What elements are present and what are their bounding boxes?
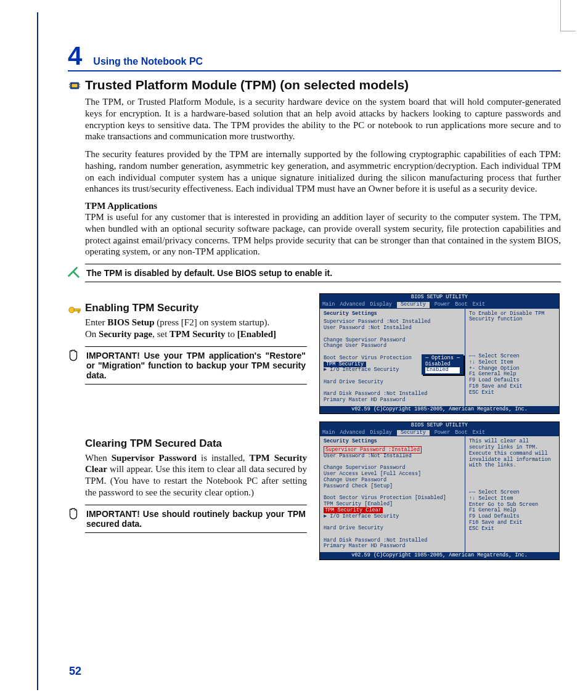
left-margin-rule	[37, 12, 38, 690]
enable-instructions: Enter BIOS Setup (press [F2] on system s…	[85, 317, 307, 340]
tpm-chip-icon	[68, 79, 81, 92]
page-content: 4 Using the Notebook PC Trusted Platform…	[68, 43, 561, 568]
paragraph-3: TPM is useful for any customer that is i…	[85, 211, 561, 258]
bios-footer: v02.59 (C)Copyright 1985-2005, American …	[320, 406, 559, 413]
svg-rect-1	[71, 84, 77, 88]
left-column: Enabling TPM Security Enter BIOS Setup (…	[85, 293, 307, 544]
bios-tabs: Main Advanced Display Security Power Boo…	[320, 301, 559, 309]
chapter-number: 4	[68, 43, 82, 69]
bios-help-panel: This will clear all security links in TP…	[465, 436, 559, 552]
bios-screenshot-enable: BIOS SETUP UTILITY Main Advanced Display…	[319, 293, 560, 414]
svg-rect-5	[78, 86, 80, 88]
section-heading-tpm: Trusted Platform Module (TPM) (on select…	[85, 78, 561, 92]
svg-rect-8	[78, 311, 80, 313]
bios-screenshot-clear: BIOS SETUP UTILITY Main Advanced Display…	[319, 421, 560, 560]
bios-tab-security: Security	[397, 430, 430, 436]
key-icon	[68, 303, 81, 317]
bios-row-tpm-clear: TPM Security Clear	[324, 507, 383, 513]
important-routine-backup: IMPORTANT! Use should routinely backup y…	[85, 505, 307, 533]
chapter-title: Using the Notebook PC	[93, 56, 203, 67]
svg-rect-2	[69, 84, 71, 85]
note-text: The TPM is disabled by default. Use BIOS…	[86, 268, 332, 278]
h1-text: Trusted Platform Module (TPM) (on select…	[85, 78, 409, 92]
right-column: BIOS SETUP UTILITY Main Advanced Display…	[319, 293, 560, 568]
bios-footer: v02.59 (C)Copyright 1985-2005, American …	[320, 552, 559, 560]
hand-stop-icon	[67, 507, 80, 520]
clear-instructions: When Supervisor Password is installed, T…	[85, 452, 307, 499]
important-2-text: IMPORTANT! Use should routinely backup y…	[86, 509, 306, 529]
note-icon	[67, 266, 80, 279]
bios-main-panel: Security Settings Supervisor Password :I…	[320, 436, 465, 552]
heading-clear-tpm: Clearing TPM Secured Data	[85, 437, 307, 450]
paragraph-2: The security features provided by the TP…	[85, 149, 561, 195]
svg-rect-4	[78, 84, 80, 85]
paragraph-1: The TPM, or Trusted Platform Module, is …	[85, 96, 561, 142]
heading-enable-tpm: Enabling TPM Security	[85, 302, 307, 314]
hand-stop-icon	[67, 348, 80, 362]
important-backup-restore: IMPORTANT! Use your TPM application's "R…	[85, 346, 307, 385]
bios-title: BIOS SETUP UTILITY	[320, 422, 559, 429]
bios-tabs: Main Advanced Display Security Power Boo…	[320, 429, 559, 437]
chapter-header: 4 Using the Notebook PC	[68, 43, 561, 71]
h2a-text: Enabling TPM Security	[85, 302, 198, 314]
note-default-disabled: The TPM is disabled by default. Use BIOS…	[85, 264, 561, 282]
bios-options-popup: — Options — Disabled Enabled	[422, 354, 463, 375]
bios-title: BIOS SETUP UTILITY	[320, 294, 559, 301]
page-number: 52	[69, 665, 81, 678]
corner-crop-mark	[560, 0, 576, 31]
bios-help-panel: To Enable or Disable TPM Security functi…	[465, 309, 559, 406]
subheading-apps: TPM Applications	[85, 201, 561, 211]
bios-tab-security: Security	[397, 302, 430, 308]
h2b-text: Clearing TPM Secured Data	[85, 437, 222, 449]
svg-rect-3	[69, 86, 71, 88]
important-1-text: IMPORTANT! Use your TPM application's "R…	[86, 351, 306, 380]
page: 4 Using the Notebook PC Trusted Platform…	[0, 0, 588, 700]
bios-main-panel: Security Settings Supervisor Password :N…	[320, 309, 465, 406]
bios-option-enabled: Enabled	[425, 367, 460, 373]
